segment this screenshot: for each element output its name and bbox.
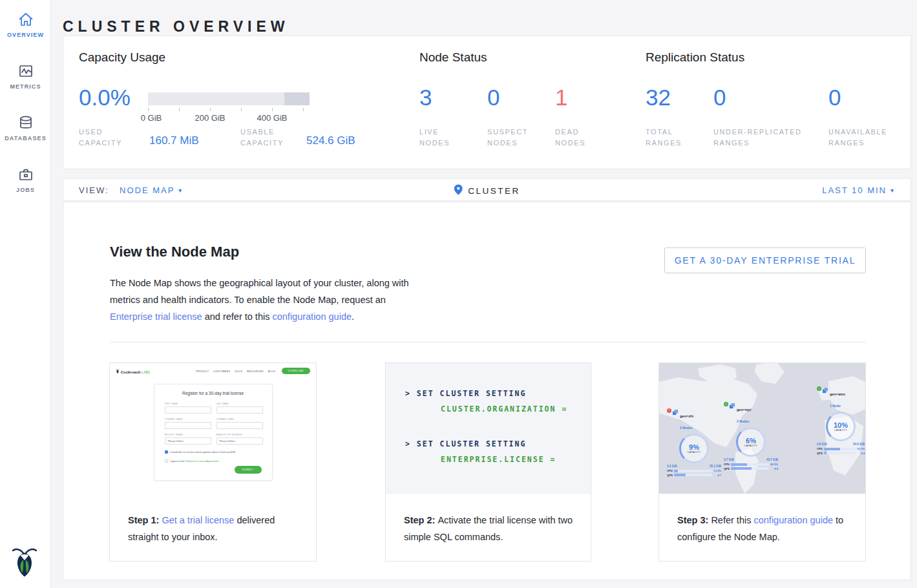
total-ranges-label: TOTAL RANGES	[646, 127, 697, 149]
locality-icon	[730, 403, 735, 409]
step1-website-thumbnail: Cockroach LABS PRODUCT CUSTOMERS DOCS RE…	[110, 363, 316, 499]
divider	[110, 342, 866, 342]
cockroach-labs-wordmark: Cockroach LABS	[116, 368, 150, 374]
map-region-sfo: ! geo=sfo2 Nodes 9% CAPACITY 3.2 GiB35.1…	[667, 408, 721, 477]
step2-caption: Step 2: Activate the trial license with …	[404, 512, 580, 545]
briefcase-icon	[0, 165, 51, 184]
map-pin-icon	[454, 184, 462, 198]
locality-icon	[823, 388, 828, 394]
summary-card: Capacity Usage 0.0% 0 GiB 200 GiB 400 Gi…	[63, 36, 911, 169]
used-capacity-label: USED CAPACITY	[79, 127, 133, 149]
sidebar-item-jobs[interactable]: JOBS	[0, 165, 51, 193]
sidebar-item-label: JOBS	[0, 187, 51, 193]
under-replicated-ranges-value: 0	[713, 85, 726, 110]
view-selector-dropdown[interactable]: NODE MAP▾	[120, 185, 183, 195]
get-trial-license-link[interactable]: Get a trial license	[162, 515, 234, 525]
live-nodes-value: 3	[419, 85, 432, 110]
replication-status-title: Replication Status	[646, 50, 744, 65]
step3-card: ! geo=sfo2 Nodes 9% CAPACITY 3.2 GiB35.1…	[659, 362, 866, 562]
form-field-label: COMPANY EMAIL	[216, 418, 235, 421]
form-submit-button: SUBMIT	[235, 466, 262, 474]
chevron-down-icon: ▾	[891, 187, 895, 194]
enterprise-trial-button[interactable]: GET A 30-DAY ENTERPRISE TRIAL	[664, 247, 866, 273]
configuration-guide-link[interactable]: configuration guide	[272, 311, 352, 322]
capacity-percent: 0.0%	[79, 85, 131, 110]
configuration-guide-link[interactable]: configuration guide	[754, 515, 833, 525]
cockroach-logo	[12, 545, 37, 581]
capacity-axis-tick: 400 GiB	[257, 113, 288, 123]
thumbnail-nav: PRODUCT CUSTOMERS DOCS RESOURCES BLOG	[196, 370, 275, 373]
time-range-dropdown[interactable]: LAST 10 MIN▾	[822, 185, 895, 195]
capacity-bar	[148, 92, 310, 105]
capacity-gauge: 6% CAPACITY	[736, 427, 766, 457]
dead-status-icon: !	[667, 408, 671, 413]
live-status-icon: ✓	[724, 402, 728, 406]
form-title: Register for a 30-day trial license	[154, 391, 272, 395]
form-checkbox-updates: I would like to receive email updates ab…	[165, 450, 236, 454]
form-select: Please Select	[216, 437, 263, 445]
step3-caption: Step 3: Refer this configuration guide t…	[677, 512, 853, 545]
locality-icon	[673, 410, 679, 415]
under-replicated-ranges-label: UNDER-REPLICATED RANGES	[713, 127, 817, 149]
suspect-nodes-value: 0	[487, 85, 500, 110]
form-input	[216, 406, 263, 414]
used-capacity-value: 160.7 MiB	[149, 134, 199, 147]
sidebar-item-databases[interactable]: DATABASES	[0, 114, 51, 142]
metrics-icon	[0, 62, 51, 80]
capacity-axis-tick: 200 GiB	[195, 113, 226, 123]
form-field-label: PROJECT PHASE	[165, 434, 184, 436]
cluster-breadcrumb-label: CLUSTER	[468, 186, 520, 196]
view-bar: VIEW: NODE MAP▾ CLUSTER LAST 10 MIN▾	[63, 178, 911, 201]
map-region-ams: ✓ geo=ams1 Node 10% CAPACITY 3.6 GiB34.6…	[817, 386, 865, 455]
capacity-gauge: 10% CAPACITY	[826, 412, 856, 441]
enterprise-trial-license-link[interactable]: Enterprise trial license	[110, 311, 202, 322]
form-field-label: FIRST NAME	[165, 403, 178, 405]
unavailable-ranges-value: 0	[828, 85, 841, 110]
sidebar-item-overview[interactable]: OVERVIEW	[0, 10, 51, 38]
live-status-icon: ✓	[817, 386, 821, 391]
form-input	[216, 422, 263, 429]
dead-nodes-value: 1	[555, 85, 567, 110]
node-status-title: Node Status	[419, 50, 487, 65]
checkbox-checked-icon	[165, 450, 168, 454]
page-title: CLUSTER OVERVIEW	[63, 18, 290, 36]
step1-caption: Step 1: Get a trial license delivered st…	[128, 512, 304, 545]
map-region-nyc: ✓ geo=nyc2 Nodes 6% CAPACITY 3.7 GiB43.7…	[724, 402, 778, 470]
trial-register-form: Register for a 30-day trial license FIRS…	[154, 384, 273, 481]
breadcrumb: CLUSTER	[454, 184, 520, 198]
thumbnail-download-button: DOWNLOAD	[282, 368, 310, 374]
form-input	[165, 406, 211, 414]
node-map-description: The Node Map shows the geographical layo…	[110, 275, 409, 325]
sidebar: OVERVIEW METRICS DATABASES	[0, 0, 51, 588]
form-select: Please Select	[165, 437, 211, 445]
form-input	[165, 422, 211, 429]
live-nodes-label: LIVE NODES	[419, 127, 471, 149]
step2-card: > SET CLUSTER SETTING CLUSTER.ORGANIZATI…	[385, 362, 591, 562]
sidebar-item-metrics[interactable]: METRICS	[0, 62, 51, 90]
dead-nodes-label: DEAD NODES	[555, 127, 607, 149]
form-field-label: COMPANY NAME	[165, 418, 183, 421]
home-icon	[0, 10, 51, 28]
database-icon	[0, 114, 51, 132]
sidebar-item-label: METRICS	[0, 83, 51, 90]
cluster-overview-screen: OVERVIEW METRICS DATABASES	[0, 0, 917, 588]
suspect-nodes-label: SUSPECT NODES	[487, 127, 539, 149]
node-map-heading: View the Node Map	[110, 244, 239, 260]
capacity-gauge: 9% CAPACITY	[679, 434, 709, 463]
capacity-axis-tick: 0 GiB	[141, 113, 162, 123]
sql-code-snippet: > SET CLUSTER SETTING CLUSTER.ORGANIZATI…	[386, 363, 591, 494]
sidebar-item-label: DATABASES	[0, 135, 51, 142]
total-ranges-value: 32	[646, 85, 671, 110]
sidebar-item-label: OVERVIEW	[0, 32, 51, 38]
node-map-thumbnail: ! geo=sfo2 Nodes 9% CAPACITY 3.2 GiB35.1…	[659, 363, 865, 494]
unavailable-ranges-label: UNAVAILABLE RANGES	[828, 127, 900, 149]
node-map-panel: View the Node Map The Node Map shows the…	[63, 202, 911, 580]
view-label: VIEW:	[79, 185, 109, 195]
capacity-usage-title: Capacity Usage	[79, 50, 165, 65]
usable-capacity-value: 524.6 GiB	[306, 134, 355, 147]
form-field-label: REASON FOR INTEREST	[216, 434, 243, 436]
usable-capacity-label: USABLE CAPACITY	[240, 127, 299, 149]
form-field-label: LAST NAME	[216, 403, 229, 405]
chevron-down-icon: ▾	[178, 187, 183, 194]
checkbox-empty-icon	[165, 459, 168, 463]
